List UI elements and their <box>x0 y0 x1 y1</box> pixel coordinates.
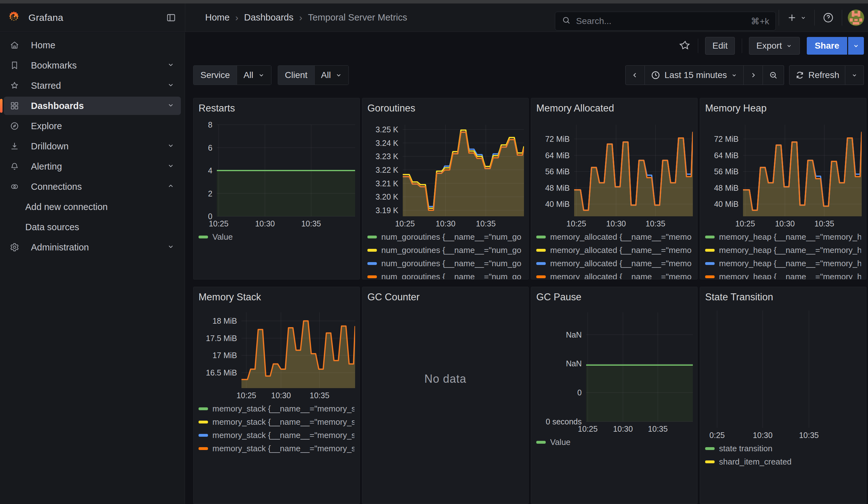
panel-memory-heap: Memory Heap40 MiB48 MiB56 MiB64 MiB72 Mi… <box>700 98 866 279</box>
legend-item[interactable]: memory_heap {__name__="memory_h <box>705 257 861 270</box>
chevron-down-icon[interactable] <box>167 243 175 252</box>
legend-swatch <box>198 447 208 450</box>
sidebar-item-alerting[interactable]: Alerting <box>4 157 181 176</box>
legend-item[interactable]: num_goroutines {__name__="num_go <box>368 270 523 279</box>
chevron-down <box>258 72 265 79</box>
favorite-star-button[interactable] <box>679 40 691 52</box>
y-axis-label: 17.5 MiB <box>206 334 237 343</box>
x-axis-label: 10:35 <box>301 219 321 228</box>
variable-value-dropdown[interactable]: All <box>237 66 271 85</box>
export-button[interactable]: Export <box>749 37 800 55</box>
chart-memory-allocated[interactable]: 40 MiB48 MiB56 MiB64 MiB72 MiB10:2510:30… <box>536 115 693 229</box>
search-icon <box>561 16 571 27</box>
home-icon <box>10 40 19 50</box>
sidebar-item-dashboards[interactable]: Dashboards <box>4 96 181 115</box>
x-axis-label: 10:25 <box>735 219 755 228</box>
breadcrumb-item[interactable]: Dashboards <box>244 12 293 23</box>
no-data-text: No data <box>362 372 528 385</box>
chart-gc-pause[interactable]: 0 seconds0NaNNaN10:2510:3010:35 <box>536 304 693 434</box>
legend-item[interactable]: memory_stack {__name__="memory_s <box>198 415 354 429</box>
sidebar-item-explore[interactable]: Explore <box>4 117 181 135</box>
drilldown-icon <box>10 142 19 151</box>
legend-item[interactable]: Value <box>536 435 692 449</box>
edit-button[interactable]: Edit <box>705 37 735 55</box>
y-axis-label: 4 <box>208 166 213 175</box>
panel-title[interactable]: Memory Allocated <box>536 103 692 115</box>
legend-item[interactable]: memory_stack {__name__="memory_s <box>198 442 354 455</box>
chevron-down-icon[interactable] <box>167 162 175 171</box>
chart-memory-stack[interactable]: 16.5 MiB17 MiB17.5 MiB18 MiB10:2510:3010… <box>198 304 355 401</box>
breadcrumb-item[interactable]: Home <box>205 12 229 23</box>
chevron-down-icon[interactable] <box>167 61 175 70</box>
panel-title[interactable]: Memory Stack <box>198 291 354 304</box>
sidebar-item-add-new-connection[interactable]: Add new connection <box>4 198 181 216</box>
chevron-up-icon[interactable] <box>167 182 175 191</box>
time-shift-back-button[interactable] <box>625 65 645 85</box>
chevron-down-icon[interactable] <box>167 101 175 110</box>
chevron-down-icon <box>852 42 860 50</box>
legend-swatch <box>368 262 377 265</box>
panel-title[interactable]: Memory Heap <box>705 103 861 115</box>
legend-label: memory_allocated {__name__="memo <box>550 245 692 255</box>
sidebar-item-drilldown[interactable]: Drilldown <box>4 137 181 155</box>
legend-item[interactable]: memory_heap {__name__="memory_h <box>705 230 861 244</box>
panel-title[interactable]: Goroutines <box>368 103 523 115</box>
legend-item[interactable]: memory_allocated {__name__="memo <box>536 244 692 257</box>
zoom-out-button[interactable] <box>763 65 784 85</box>
legend-item[interactable]: Value <box>198 230 354 244</box>
legend-label: memory_stack {__name__="memory_s <box>213 417 354 427</box>
sidebar-item-starred[interactable]: Starred <box>4 76 181 95</box>
legend-item[interactable]: memory_stack {__name__="memory_s <box>198 429 354 442</box>
legend-item[interactable]: num_goroutines {__name__="num_go <box>368 244 523 257</box>
legend-item[interactable]: num_goroutines {__name__="num_go <box>368 230 523 244</box>
variable-value-dropdown[interactable]: All <box>315 66 349 85</box>
panel-memory-allocated: Memory Allocated40 MiB48 MiB56 MiB64 MiB… <box>531 98 698 279</box>
search-input[interactable]: Search... ⌘+k <box>555 12 776 31</box>
brand[interactable]: Grafana <box>8 3 63 32</box>
apps-icon <box>10 101 19 111</box>
legend-item[interactable]: num_goroutines {__name__="num_go <box>368 257 523 270</box>
sidebar-item-connections[interactable]: Connections <box>4 177 181 196</box>
chevron-up <box>167 182 175 190</box>
sidebar-item-home[interactable]: Home <box>4 36 181 54</box>
legend-swatch <box>705 460 715 463</box>
share-menu-button[interactable] <box>848 37 864 55</box>
panel-title[interactable]: GC Pause <box>536 291 692 304</box>
panel-title[interactable]: Restarts <box>198 103 354 115</box>
chart-restarts[interactable]: 0246810:2510:3010:35 <box>198 115 355 229</box>
help-button[interactable] <box>820 10 836 25</box>
legend-item[interactable]: state transition <box>705 442 861 455</box>
dock-menu-icon[interactable] <box>166 13 176 24</box>
legend-item[interactable]: memory_allocated {__name__="memo <box>536 230 692 244</box>
chart-memory-heap[interactable]: 40 MiB48 MiB56 MiB64 MiB72 MiB10:2510:30… <box>705 115 862 229</box>
sidebar-item-bookmarks[interactable]: Bookmarks <box>4 56 181 74</box>
new-button[interactable] <box>785 10 809 25</box>
share-button[interactable]: Share <box>807 37 847 55</box>
refresh-button[interactable]: Refresh <box>789 65 845 85</box>
legend-swatch <box>368 275 377 278</box>
time-range-picker[interactable]: Last 15 minutes <box>645 65 744 85</box>
variable-service[interactable]: ServiceAll <box>193 65 271 85</box>
sidebar-item-data-sources[interactable]: Data sources <box>4 218 181 236</box>
chevron-right-icon <box>749 71 757 79</box>
legend-label: memory_stack {__name__="memory_s <box>213 430 354 440</box>
variable-client[interactable]: ClientAll <box>278 65 349 85</box>
avatar[interactable] <box>848 10 864 26</box>
legend-item[interactable]: memory_heap {__name__="memory_h <box>705 270 861 279</box>
chart-goroutines[interactable]: 3.19 K3.20 K3.21 K3.22 K3.23 K3.24 K3.25… <box>368 115 524 229</box>
legend-swatch <box>198 407 208 410</box>
legend-item[interactable]: memory_heap {__name__="memory_h <box>705 244 861 257</box>
chevron-down-icon[interactable] <box>167 81 175 90</box>
panel-title[interactable]: GC Counter <box>368 291 523 304</box>
legend-item[interactable]: memory_allocated {__name__="memo <box>536 270 692 279</box>
y-axis-label: 48 MiB <box>714 184 738 192</box>
time-shift-forward-button[interactable] <box>744 65 763 85</box>
panel-title[interactable]: State Transition <box>705 291 861 304</box>
sidebar-item-administration[interactable]: Administration <box>4 238 181 256</box>
legend-item[interactable]: memory_allocated {__name__="memo <box>536 257 692 270</box>
chart-state-transition[interactable]: 0:2510:3010:35 <box>705 304 862 441</box>
legend-item[interactable]: shard_item_created <box>705 455 861 468</box>
legend-item[interactable]: memory_stack {__name__="memory_s <box>198 402 354 415</box>
refresh-interval-button[interactable] <box>845 65 864 85</box>
chevron-down-icon[interactable] <box>167 142 175 151</box>
